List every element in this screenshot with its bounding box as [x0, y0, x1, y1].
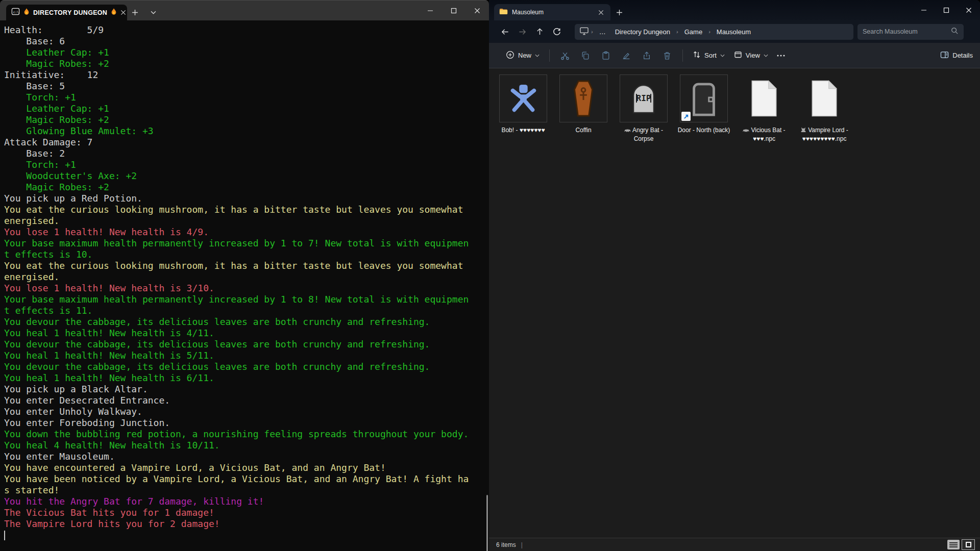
maximize-button[interactable]	[442, 1, 465, 21]
terminal-line: Torch: +1	[4, 159, 489, 170]
terminal-tab-title: DIRECTORY DUNGEON	[33, 9, 107, 16]
bat-icon	[743, 127, 749, 135]
minimize-button[interactable]	[419, 1, 442, 21]
terminal-line: The Vicious Bat hits you for 1 damage!	[4, 507, 489, 518]
terminal-line: You heal 4 health! New health is 10/11.	[4, 440, 489, 451]
toolbar-separator	[682, 49, 683, 62]
breadcrumb: › … Directory Dungeon › Game › Mausoleum	[575, 24, 853, 40]
search-input[interactable]	[863, 28, 944, 35]
details-button[interactable]: Details	[940, 51, 973, 60]
terminal-line: You enter Desecrated Entrance.	[4, 395, 489, 406]
terminal-line: Leather Cap: +1	[4, 47, 489, 58]
terminal-scrollbar[interactable]	[486, 495, 488, 551]
explorer-titlebar: Mausoleum	[489, 0, 980, 20]
terminal-line: Initiative: 12	[4, 69, 489, 81]
explorer-content: Bob! - ♥♥♥♥♥♥♥ Coffin	[489, 74, 980, 544]
file-tile-vampire-lord[interactable]: Vampire Lord - ♥♥♥♥♥♥♥♥♥.npc	[794, 74, 854, 143]
copy-button[interactable]	[575, 47, 596, 64]
list-view-toggle[interactable]	[947, 540, 960, 549]
terminal-line: energised.	[4, 271, 489, 283]
terminal-line: Woodcutter's Axe: +2	[4, 170, 489, 182]
terminal-line: You pick up a Red Potion.	[4, 193, 489, 204]
terminal-line: Magic Robes: +2	[4, 58, 489, 69]
details-button-label: Details	[952, 52, 973, 59]
breadcrumb-item-game[interactable]: Game	[681, 27, 706, 37]
tab-close-icon[interactable]	[596, 8, 605, 17]
close-button[interactable]	[958, 0, 980, 20]
new-tab-button[interactable]	[127, 5, 142, 20]
file-tile-angry-bat-corpse[interactable]: RIP Angry Bat - Corpse	[614, 74, 674, 143]
items-count: 6 items	[496, 541, 516, 548]
view-icon	[734, 51, 742, 60]
file-tile-coffin[interactable]: Coffin	[553, 74, 614, 143]
share-button[interactable]	[636, 47, 657, 64]
breadcrumb-item-mausoleum[interactable]: Mausoleum	[713, 27, 754, 37]
terminal-line: You heal 1 health! New health is 4/11.	[4, 328, 489, 339]
terminal-line: You enter Mausoleum.	[4, 451, 489, 462]
terminal-line: energised.	[4, 215, 489, 227]
back-button[interactable]	[496, 23, 513, 40]
terminal-line: Your base maximum health permanently inc…	[4, 294, 489, 305]
terminal-tab[interactable]: c:\ DIRECTORY DUNGEON	[6, 5, 127, 20]
file-tile-vicious-bat[interactable]: Vicious Bat - ♥♥♥.npc	[734, 74, 794, 143]
this-pc-icon[interactable]	[580, 27, 589, 37]
terminal-line: You heal 1 health! New health is 5/11.	[4, 350, 489, 361]
terminal-line: Health: 5/9	[4, 24, 489, 36]
terminal-body[interactable]: Health: 5/9 Base: 6 Leather Cap: +1 Magi…	[0, 20, 489, 551]
tombstone-rip-icon: RIP	[620, 74, 668, 122]
tab-close-icon[interactable]	[120, 8, 126, 17]
breadcrumb-item-directory-dungeon[interactable]: Directory Dungeon	[611, 27, 674, 37]
terminal-line: Torch: +1	[4, 92, 489, 103]
terminal-line: Leather Cap: +1	[4, 103, 489, 114]
file-grid: Bob! - ♥♥♥♥♥♥♥ Coffin	[493, 74, 980, 143]
status-separator: |	[521, 541, 523, 548]
delete-button[interactable]	[657, 47, 677, 64]
chevron-right-icon: ›	[591, 29, 594, 35]
details-pane-icon	[940, 51, 949, 60]
svg-text:RIP: RIP	[636, 93, 651, 103]
up-button[interactable]	[531, 23, 548, 40]
file-tile-door-north[interactable]: Door - North (back)	[674, 74, 734, 143]
explorer-tab[interactable]: Mausoleum	[494, 4, 610, 20]
terminal-line: You eat the curious looking mushroom, it…	[4, 204, 489, 215]
sort-button[interactable]: Sort	[688, 47, 729, 64]
paste-button[interactable]	[596, 47, 616, 64]
chevron-right-icon: ›	[676, 29, 679, 35]
new-tab-button[interactable]	[610, 4, 628, 20]
file-label: Vicious Bat - ♥♥♥.npc	[737, 126, 791, 143]
terminal-line: You devour the cabbage, its delicious le…	[4, 339, 489, 350]
desktop: c:\ DIRECTORY DUNGEON	[0, 0, 980, 551]
tab-dropdown-button[interactable]	[145, 5, 161, 20]
minimize-button[interactable]	[913, 0, 935, 20]
forward-button[interactable]	[513, 23, 531, 40]
breadcrumb-ellipsis[interactable]: …	[596, 27, 609, 37]
vampire-icon	[800, 127, 806, 135]
explorer-statusbar: 6 items |	[489, 538, 980, 551]
rename-button[interactable]	[616, 47, 636, 64]
bat-icon	[624, 127, 631, 135]
maximize-button[interactable]	[935, 0, 958, 20]
coffin-icon	[559, 74, 607, 122]
terminal-line: Magic Robes: +2	[4, 114, 489, 126]
chevron-down-icon	[720, 54, 725, 57]
cut-button[interactable]	[555, 47, 575, 64]
terminal-line: You have been noticed by a Vampire Lord,…	[4, 473, 489, 485]
flame-icon	[110, 8, 117, 18]
chevron-right-icon: ›	[708, 29, 711, 35]
new-button[interactable]: New	[501, 47, 544, 64]
search-box	[857, 24, 964, 40]
refresh-button[interactable]	[548, 23, 566, 40]
large-icons-view-toggle[interactable]	[962, 539, 975, 550]
view-button[interactable]: View	[729, 47, 773, 64]
sort-button-label: Sort	[704, 52, 717, 59]
more-button[interactable]	[773, 47, 789, 64]
terminal-line: You lose 1 health! New health is 4/9.	[4, 227, 489, 238]
close-button[interactable]	[465, 1, 489, 21]
terminal-cursor	[4, 531, 5, 540]
file-label: Coffin	[575, 126, 591, 134]
new-icon	[506, 51, 514, 61]
file-tile-bob[interactable]: Bob! - ♥♥♥♥♥♥♥	[493, 74, 553, 143]
search-icon	[951, 27, 959, 37]
chevron-down-icon	[535, 54, 540, 57]
toolbar-separator	[549, 49, 550, 62]
